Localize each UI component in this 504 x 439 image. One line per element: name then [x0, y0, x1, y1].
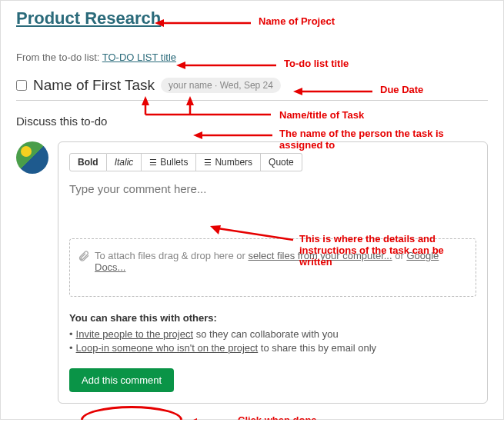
quote-button[interactable]: Quote — [261, 153, 302, 171]
share-section: You can share this with others: •Invite … — [69, 312, 476, 392]
task-assignee: your name — [169, 80, 212, 91]
arrow-icon — [193, 130, 276, 141]
divider — [16, 100, 488, 101]
annotation-project: Name of Project — [259, 15, 335, 27]
task-due-date: Wed, Sep 24 — [220, 80, 273, 91]
task-meta: your name · Wed, Sep 24 — [161, 78, 281, 93]
italic-button[interactable]: Italic — [107, 153, 142, 171]
annotation-clickdone: Click when done — [238, 414, 317, 420]
avatar — [16, 141, 48, 174]
select-files-link[interactable]: select files from your computer... — [248, 250, 392, 261]
breadcrumb-prefix: From the to-do list: — [16, 52, 102, 63]
breadcrumb: From the to-do list: TO-DO LIST title — [16, 52, 488, 63]
todo-list-link[interactable]: TO-DO LIST title — [102, 52, 176, 63]
bold-button[interactable]: Bold — [69, 153, 107, 171]
task-row: Name of First Task your name · Wed, Sep … — [16, 77, 488, 94]
annotation-circle — [81, 406, 182, 420]
svg-marker-8 — [142, 96, 149, 105]
svg-marker-12 — [193, 131, 202, 139]
share-item-2: •Loop-in someone who isn't on the projec… — [69, 342, 476, 354]
share-list: •Invite people to the project so they ca… — [69, 328, 476, 354]
svg-marker-16 — [188, 418, 197, 420]
attach-prefix: To attach files drag & drop here or — [95, 250, 248, 261]
comment-box: Bold Italic ☰Bullets ☰Numbers Quote To a… — [58, 141, 488, 404]
bullets-button[interactable]: ☰Bullets — [142, 153, 196, 171]
task-name: Name of First Task — [33, 77, 155, 94]
attach-text: To attach files drag & drop here or sele… — [95, 250, 468, 273]
svg-marker-10 — [186, 96, 194, 105]
paperclip-icon — [78, 250, 90, 265]
comment-textarea[interactable] — [69, 182, 476, 236]
attach-or: or — [392, 250, 407, 261]
bullets-label: Bullets — [160, 157, 188, 168]
share-item-2-rest: to share this by email only — [258, 342, 376, 354]
invite-link[interactable]: Invite people to the project — [76, 328, 194, 340]
numbers-button[interactable]: ☰Numbers — [196, 153, 261, 171]
editor-toolbar: Bold Italic ☰Bullets ☰Numbers Quote — [69, 153, 476, 171]
share-title: You can share this with others: — [69, 312, 476, 324]
arrow-icon — [188, 417, 235, 420]
numbers-icon: ☰ — [204, 158, 212, 168]
share-item-1-rest: so they can collaborate with you — [193, 328, 339, 340]
add-comment-button[interactable]: Add this comment — [69, 368, 174, 392]
arrow-icon — [155, 18, 255, 28]
loop-in-link[interactable]: Loop-in someone who isn't on the project — [76, 342, 259, 354]
task-checkbox[interactable] — [16, 80, 27, 91]
bullets-icon: ☰ — [149, 158, 157, 168]
project-title[interactable]: Product Research — [16, 8, 161, 28]
share-item-1: •Invite people to the project so they ca… — [69, 328, 476, 340]
numbers-label: Numbers — [215, 157, 252, 168]
attach-dropzone[interactable]: To attach files drag & drop here or sele… — [69, 238, 476, 297]
discuss-heading: Discuss this to-do — [16, 115, 488, 128]
